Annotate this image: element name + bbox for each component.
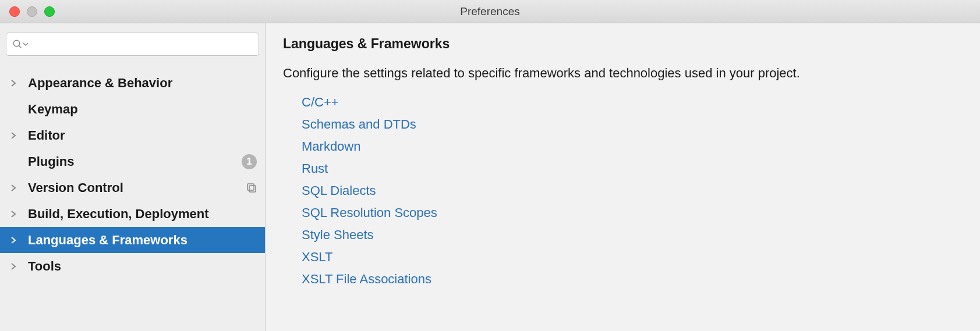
sidebar-item-label: Languages & Frameworks [28, 233, 257, 248]
link-rust[interactable]: Rust [302, 158, 963, 180]
main-panel: Languages & Frameworks Configure the set… [266, 23, 980, 331]
sidebar-item-label: Appearance & Behavior [28, 76, 257, 91]
sidebar-item-tools[interactable]: Tools [0, 253, 265, 279]
sidebar-item-keymap[interactable]: Keymap [0, 96, 265, 122]
chevron-right-icon [10, 184, 22, 192]
sidebar-item-label: Keymap [28, 102, 257, 117]
link-c-cpp[interactable]: C/C++ [302, 91, 963, 113]
search-input[interactable] [32, 38, 253, 51]
link-xslt[interactable]: XSLT [302, 246, 963, 268]
framework-links: C/C++ Schemas and DTDs Markdown Rust SQL… [283, 91, 963, 290]
svg-line-1 [19, 45, 22, 48]
page-description: Configure the settings related to specif… [283, 66, 963, 81]
sidebar-item-appearance-behavior[interactable]: Appearance & Behavior [0, 70, 265, 96]
content-area: Appearance & Behavior Keymap Editor Plug… [0, 23, 980, 331]
sidebar-item-plugins[interactable]: Plugins 1 [0, 148, 265, 175]
link-sql-resolution-scopes[interactable]: SQL Resolution Scopes [302, 202, 963, 224]
settings-tree: Appearance & Behavior Keymap Editor Plug… [0, 70, 265, 279]
maximize-window-button[interactable] [44, 6, 55, 17]
chevron-right-icon [10, 236, 22, 244]
window-controls [0, 6, 55, 17]
sidebar-item-label: Tools [28, 259, 257, 274]
link-xslt-file-associations[interactable]: XSLT File Associations [302, 268, 963, 290]
search-container [0, 23, 265, 62]
chevron-right-icon [10, 131, 22, 140]
sidebar-item-editor[interactable]: Editor [0, 122, 265, 148]
sidebar-item-label: Build, Execution, Deployment [28, 207, 257, 222]
chevron-right-icon [10, 210, 22, 218]
svg-rect-3 [249, 186, 256, 192]
chevron-down-icon [23, 41, 29, 47]
link-schemas-dtds[interactable]: Schemas and DTDs [302, 113, 963, 136]
project-scope-icon [246, 183, 257, 193]
link-sql-dialects[interactable]: SQL Dialects [302, 180, 963, 202]
search-icon [12, 39, 29, 49]
sidebar: Appearance & Behavior Keymap Editor Plug… [0, 23, 266, 331]
link-markdown[interactable]: Markdown [302, 136, 963, 158]
svg-rect-2 [247, 184, 254, 190]
sidebar-item-languages-frameworks[interactable]: Languages & Frameworks [0, 227, 265, 253]
sidebar-item-label: Editor [28, 128, 257, 143]
link-style-sheets[interactable]: Style Sheets [302, 224, 963, 246]
sidebar-item-label: Version Control [28, 180, 246, 195]
search-box[interactable] [6, 33, 259, 56]
sidebar-item-label: Plugins [28, 154, 242, 169]
sidebar-item-build-execution-deployment[interactable]: Build, Execution, Deployment [0, 201, 265, 227]
titlebar: Preferences [0, 0, 980, 23]
plugins-badge: 1 [242, 154, 257, 169]
minimize-window-button[interactable] [27, 6, 37, 17]
close-window-button[interactable] [9, 6, 20, 17]
chevron-right-icon [10, 79, 22, 87]
sidebar-item-version-control[interactable]: Version Control [0, 175, 265, 201]
window-title: Preferences [460, 5, 519, 18]
chevron-right-icon [10, 262, 22, 271]
svg-point-0 [13, 40, 20, 47]
page-title: Languages & Frameworks [283, 36, 963, 52]
